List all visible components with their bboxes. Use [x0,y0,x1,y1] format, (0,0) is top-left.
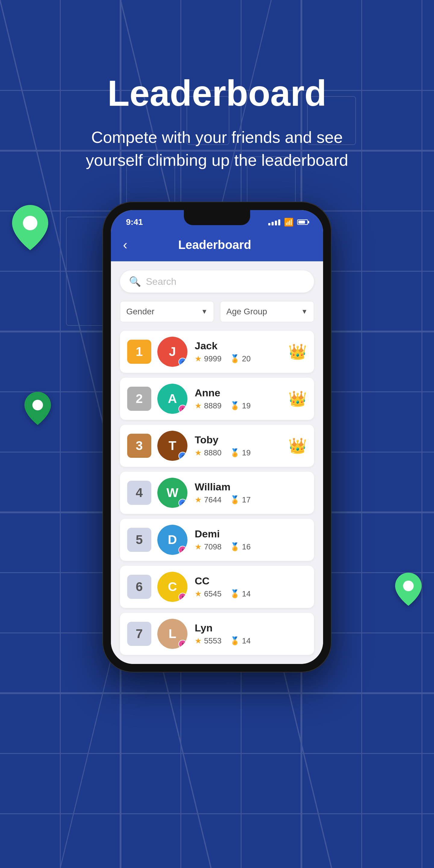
avatar: D ♀ [157,525,187,555]
leaderboard-stats: ★ 8880 🏅 19 [195,448,288,458]
medals-value: 19 [242,401,251,410]
gender-badge-icon: ♂ [179,358,187,366]
leaderboard-row[interactable]: 7 L ♀ Lyn ★ 5553 🏅 14 [120,613,314,655]
crown-icon: 👑 [288,343,307,361]
age-group-chevron-icon: ▼ [301,308,308,315]
star-icon: ★ [195,589,202,598]
gender-filter[interactable]: Gender ▼ [120,301,214,322]
leaderboard-name: CC [195,575,307,587]
stars-value: 8880 [204,448,221,458]
medals-stat: 🏅 14 [230,636,251,646]
svg-point-28 [23,216,37,230]
medals-stat: 🏅 19 [230,401,251,410]
avatar: J ♂ [157,337,187,367]
signal-bar-4 [278,219,280,225]
medal-icon: 🏅 [230,542,240,552]
gender-badge-icon: ♀ [179,640,187,648]
medals-value: 14 [242,636,251,646]
filter-row: Gender ▼ Age Group ▼ [120,301,314,322]
leaderboard-info: Lyn ★ 5553 🏅 14 [195,622,307,646]
stars-stat: ★ 7644 [195,495,221,504]
leaderboard-row[interactable]: 6 C ♀ CC ★ 6545 🏅 14 [120,566,314,608]
age-group-filter[interactable]: Age Group ▼ [220,301,314,322]
leaderboard-row[interactable]: 1 J ♂ Jack ★ 9999 🏅 20 👑 [120,331,314,373]
search-icon: 🔍 [129,276,141,287]
medals-value: 19 [242,448,251,458]
signal-bar-3 [275,221,277,225]
medal-icon: 🏅 [230,448,240,458]
avatar: L ♀ [157,619,187,649]
phone-notch [184,210,250,225]
rank-badge: 1 [127,340,151,364]
leaderboard-stats: ★ 5553 🏅 14 [195,636,307,646]
star-icon: ★ [195,401,202,410]
rank-badge: 3 [127,434,151,458]
gender-badge-icon: ♀ [179,405,187,413]
medals-value: 20 [242,354,251,364]
signal-bar-1 [268,223,270,225]
gender-badge-icon: ♂ [179,452,187,460]
star-icon: ★ [195,542,202,552]
rank-badge: 5 [127,528,151,552]
star-icon: ★ [195,495,202,504]
medal-icon: 🏅 [230,401,240,410]
leaderboard-info: Toby ★ 8880 🏅 19 [195,434,288,458]
gender-badge-icon: ♀ [179,593,187,601]
leaderboard-stats: ★ 6545 🏅 14 [195,589,307,598]
hero-title: Leaderboard [107,72,327,114]
leaderboard-info: CC ★ 6545 🏅 14 [195,575,307,598]
medals-stat: 🏅 17 [230,495,251,504]
back-button[interactable]: ‹ [123,237,127,252]
page-content: Leaderboard Compete with your friends an… [0,0,434,673]
status-time: 9:41 [126,217,143,227]
medals-value: 17 [242,495,251,504]
crown-icon: 👑 [288,437,307,455]
location-pin-mid-left [24,392,51,426]
gender-badge-icon: ♂ [179,499,187,507]
stars-stat: ★ 7098 [195,542,221,552]
age-group-filter-label: Age Group [226,307,267,316]
leaderboard-stats: ★ 7644 🏅 17 [195,495,307,504]
stars-value: 8889 [204,401,221,410]
svg-point-29 [32,400,43,410]
crown-icon: 👑 [288,390,307,407]
stars-value: 7098 [204,542,221,552]
stars-stat: ★ 8889 [195,401,221,410]
leaderboard-row[interactable]: 2 A ♀ Anne ★ 8889 🏅 19 👑 [120,378,314,420]
avatar: C ♀ [157,572,187,602]
stars-value: 5553 [204,636,221,646]
leaderboard-name: Lyn [195,622,307,634]
avatar: T ♂ [157,431,187,461]
leaderboard-info: Anne ★ 8889 🏅 19 [195,387,288,410]
signal-bars-icon [268,219,280,225]
medal-icon: 🏅 [230,495,240,504]
gender-chevron-icon: ▼ [201,308,208,315]
wifi-icon: 📶 [284,218,293,227]
stars-stat: ★ 5553 [195,636,221,646]
avatar: A ♀ [157,384,187,414]
stars-stat: ★ 8880 [195,448,221,458]
medal-icon: 🏅 [230,354,240,364]
gender-filter-label: Gender [126,307,154,316]
search-bar[interactable]: 🔍 Search [120,270,314,293]
leaderboard-stats: ★ 8889 🏅 19 [195,401,288,410]
phone-mockup: 9:41 📶 [99,202,335,673]
app-content: 🔍 Search Gender ▼ Age Group ▼ [111,261,323,664]
stars-stat: ★ 9999 [195,354,221,364]
leaderboard-info: Demi ★ 7098 🏅 16 [195,528,307,552]
stars-value: 7644 [204,495,221,504]
leaderboard-row[interactable]: 3 T ♂ Toby ★ 8880 🏅 19 👑 [120,425,314,467]
hero-subtitle: Compete with your friends and see yourse… [82,126,352,172]
leaderboard-list: 1 J ♂ Jack ★ 9999 🏅 20 👑 2 A ♀ [120,331,314,655]
medals-stat: 🏅 20 [230,354,251,364]
battery-icon [297,219,308,225]
star-icon: ★ [195,448,202,458]
medals-stat: 🏅 19 [230,448,251,458]
leaderboard-row[interactable]: 4 W ♂ William ★ 7644 🏅 17 [120,472,314,514]
stars-stat: ★ 6545 [195,589,221,598]
rank-badge: 4 [127,481,151,505]
leaderboard-name: William [195,481,307,493]
leaderboard-row[interactable]: 5 D ♀ Demi ★ 7098 🏅 16 [120,519,314,561]
avatar: W ♂ [157,478,187,508]
medal-icon: 🏅 [230,589,240,598]
